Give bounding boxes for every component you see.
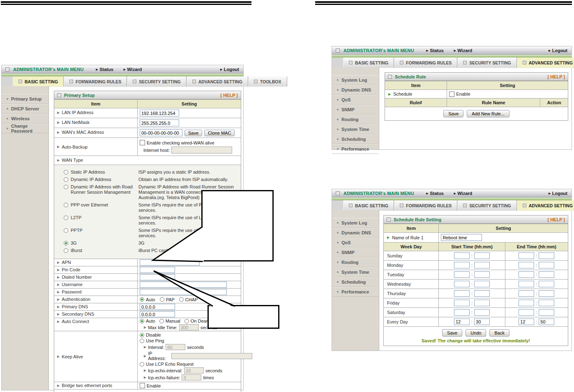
- auto-connect-manual-radio[interactable]: [159, 319, 164, 323]
- end-min-input[interactable]: [539, 309, 554, 316]
- tab-forwarding-rules[interactable]: FORWARDING RULES: [394, 200, 457, 211]
- start-min-input[interactable]: [474, 300, 490, 306]
- sidebar-item-system-time[interactable]: System Time: [332, 267, 379, 277]
- sidebar-item-performance[interactable]: Performance: [332, 144, 379, 154]
- help-link[interactable]: [ HELP ]: [220, 93, 238, 98]
- start-hour-input[interactable]: [454, 309, 470, 316]
- apn-input[interactable]: [140, 259, 200, 266]
- logout-link[interactable]: ▸Logout: [549, 48, 567, 53]
- password-input[interactable]: [140, 289, 227, 295]
- start-hour-input[interactable]: [454, 319, 470, 325]
- sidebar-item-scheduling[interactable]: Scheduling: [332, 134, 379, 144]
- dynamic-ip-radio[interactable]: [64, 177, 68, 182]
- end-min-input[interactable]: [539, 252, 554, 259]
- wizard-link[interactable]: ▸Wizard: [454, 191, 473, 196]
- logout-link[interactable]: ▸Logout: [220, 67, 239, 72]
- sidebar-item-qos[interactable]: QoS: [332, 95, 379, 105]
- ping-ip-input[interactable]: [171, 353, 252, 359]
- internet-host-input[interactable]: [171, 147, 232, 154]
- start-min-input[interactable]: [474, 309, 490, 316]
- primary-dns-input[interactable]: [140, 304, 175, 310]
- start-hour-input[interactable]: [454, 262, 470, 268]
- start-min-input[interactable]: [474, 252, 490, 259]
- wizard-link[interactable]: ▸Wizard: [124, 67, 142, 72]
- rule-name-input[interactable]: [441, 234, 482, 241]
- tab-basic-setting[interactable]: BASIC SETTING: [343, 200, 394, 211]
- end-hour-input[interactable]: [519, 262, 534, 268]
- start-hour-input[interactable]: [454, 300, 470, 306]
- tab-security-setting[interactable]: SECURITY SETTING: [457, 200, 516, 211]
- keepalive-lcp-radio[interactable]: [140, 362, 144, 367]
- start-hour-input[interactable]: [454, 290, 470, 297]
- end-hour-input[interactable]: [519, 281, 534, 287]
- static-ip-radio[interactable]: [64, 170, 68, 174]
- l2tp-radio[interactable]: [64, 215, 68, 220]
- sidebar-item-scheduling[interactable]: Scheduling: [332, 277, 379, 287]
- end-min-input[interactable]: [539, 271, 554, 278]
- start-min-input[interactable]: [474, 281, 490, 287]
- keepalive-disable-radio[interactable]: [140, 333, 144, 337]
- logout-link[interactable]: ▸Logout: [549, 191, 567, 196]
- save-button[interactable]: Save: [442, 329, 462, 337]
- end-hour-input[interactable]: [519, 252, 534, 259]
- schedule-enable-checkbox[interactable]: [449, 92, 454, 97]
- end-hour-input[interactable]: [519, 271, 534, 278]
- tab-toolbox[interactable]: TOOLBOX: [248, 76, 287, 87]
- pptp-radio[interactable]: [64, 228, 68, 233]
- lan-netmask-input[interactable]: [140, 119, 179, 126]
- sidebar-item-primary-setup[interactable]: Primary Setup: [2, 94, 48, 104]
- undo-button[interactable]: Undo: [466, 329, 486, 337]
- lan-ip-input[interactable]: [140, 110, 179, 117]
- start-hour-input[interactable]: [454, 252, 470, 259]
- auth-chap-radio[interactable]: [179, 297, 184, 302]
- wan-mac-input[interactable]: [140, 129, 182, 136]
- start-min-input[interactable]: [474, 290, 490, 297]
- mac-save-button[interactable]: Save: [184, 130, 202, 136]
- tab-advanced-setting[interactable]: ADVANCED SETTING: [187, 76, 248, 87]
- iburst-radio[interactable]: [64, 248, 68, 253]
- interval-input[interactable]: [166, 344, 185, 350]
- tab-security-setting[interactable]: SECURITY SETTING: [457, 57, 516, 68]
- tab-forwarding-rules[interactable]: FORWARDING RULES: [394, 57, 457, 68]
- tab-basic-setting[interactable]: BASIC SETTING: [343, 57, 394, 68]
- tab-advanced-setting[interactable]: ADVANCED SETTING: [517, 200, 574, 211]
- end-hour-input[interactable]: [519, 300, 534, 306]
- sidebar-item-routing[interactable]: Routing: [332, 115, 379, 124]
- back-button[interactable]: Back: [489, 329, 509, 337]
- sidebar-item-wireless[interactable]: Wireless: [2, 114, 48, 124]
- sidebar-item-change-password[interactable]: Change Password: [2, 124, 48, 133]
- auth-pap-radio[interactable]: [160, 297, 164, 302]
- add-new-rule-button[interactable]: Add New Rule...: [467, 110, 509, 117]
- help-link[interactable]: [ HELP ]: [547, 74, 565, 79]
- status-link[interactable]: ▸Status: [96, 67, 113, 72]
- sidebar-item-system-log[interactable]: System Log: [332, 218, 379, 228]
- save-button[interactable]: Save: [443, 110, 463, 117]
- lcp-echo-failure-input[interactable]: [182, 374, 201, 381]
- 3g-radio[interactable]: [64, 241, 68, 245]
- clone-mac-button[interactable]: Clone MAC: [204, 130, 235, 136]
- pin-input[interactable]: [140, 267, 175, 273]
- sidebar-item-dynamic-dns[interactable]: Dynamic DNS: [332, 85, 379, 95]
- sidebar-item-dynamic-dns[interactable]: Dynamic DNS: [332, 228, 379, 238]
- secondary-dns-input[interactable]: [140, 311, 175, 317]
- start-min-input[interactable]: [474, 271, 490, 278]
- start-hour-input[interactable]: [454, 281, 470, 287]
- dialed-number-input[interactable]: [140, 274, 175, 280]
- help-link[interactable]: [ HELP ]: [547, 217, 565, 222]
- tab-forwarding-rules[interactable]: FORWARDING RULES: [64, 76, 127, 87]
- start-min-input[interactable]: [474, 319, 490, 325]
- status-link[interactable]: ▸Status: [426, 191, 444, 196]
- end-hour-input[interactable]: [519, 290, 534, 297]
- end-min-input[interactable]: [539, 290, 554, 297]
- tab-basic-setting[interactable]: BASIC SETTING: [13, 76, 64, 87]
- end-min-input[interactable]: [539, 262, 554, 268]
- start-hour-input[interactable]: [454, 271, 470, 278]
- tab-advanced-setting[interactable]: ADVANCED SETTING: [517, 57, 574, 68]
- sidebar-item-dhcp-server[interactable]: DHCP Server: [2, 104, 48, 114]
- end-hour-input[interactable]: [519, 309, 534, 316]
- sidebar-item-system-time[interactable]: System Time: [332, 124, 379, 134]
- auth-auto-radio[interactable]: [140, 297, 144, 302]
- sidebar-item-performance[interactable]: Performance: [332, 287, 379, 297]
- bridge-enable-checkbox[interactable]: [140, 383, 145, 388]
- status-link[interactable]: ▸Status: [426, 48, 444, 53]
